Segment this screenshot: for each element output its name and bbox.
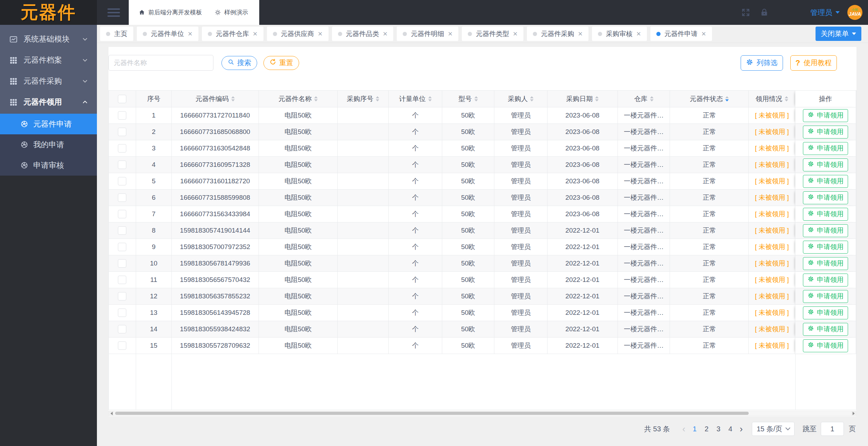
tab[interactable]: 元器件仓库× bbox=[202, 27, 263, 41]
column-header[interactable]: 领用情况 bbox=[749, 91, 795, 107]
close-icon[interactable]: × bbox=[578, 30, 583, 38]
apply-button[interactable]: 申请领用 bbox=[803, 241, 848, 254]
scrollbar-track[interactable] bbox=[114, 411, 851, 416]
search-input[interactable] bbox=[108, 55, 213, 71]
apply-button[interactable]: 申请领用 bbox=[803, 257, 848, 270]
sidebar-subitem[interactable]: 我的申请 bbox=[0, 134, 97, 155]
tutorial-button[interactable]: ? 使用教程 bbox=[790, 55, 837, 71]
row-checkbox[interactable] bbox=[118, 341, 126, 350]
apply-button[interactable]: 申请领用 bbox=[803, 274, 848, 286]
close-icon[interactable]: × bbox=[513, 30, 517, 38]
row-checkbox[interactable] bbox=[118, 309, 126, 317]
apply-button[interactable]: 申请领用 bbox=[803, 158, 848, 171]
close-icon[interactable]: × bbox=[188, 30, 192, 38]
sidebar-item[interactable]: 元器件采购 bbox=[0, 71, 97, 92]
tab[interactable]: 元器供应商× bbox=[267, 27, 329, 41]
tab[interactable]: 元器件采购× bbox=[527, 27, 588, 41]
tab[interactable]: 采购审核× bbox=[592, 27, 647, 41]
page-number[interactable]: 3 bbox=[713, 425, 725, 433]
close-icon[interactable]: × bbox=[318, 30, 323, 38]
sort-icon[interactable] bbox=[650, 96, 654, 101]
sort-icon[interactable] bbox=[530, 96, 534, 101]
column-header[interactable]: 计量单位 bbox=[389, 91, 442, 107]
apply-button[interactable]: 申请领用 bbox=[803, 109, 848, 122]
reset-button[interactable]: 重置 bbox=[263, 56, 299, 70]
close-icon[interactable]: × bbox=[636, 30, 641, 38]
row-checkbox[interactable] bbox=[118, 161, 126, 169]
user-dropdown[interactable]: 管理员 bbox=[810, 8, 840, 17]
apply-button[interactable]: 申请领用 bbox=[803, 224, 848, 237]
jump-page-input[interactable] bbox=[821, 422, 844, 436]
sort-icon[interactable] bbox=[314, 96, 318, 101]
close-icon[interactable]: × bbox=[701, 30, 706, 38]
row-checkbox[interactable] bbox=[118, 276, 126, 284]
column-header[interactable]: 元器件状态 bbox=[670, 91, 749, 107]
row-checkbox[interactable] bbox=[118, 325, 126, 333]
close-menu-button[interactable]: 关闭菜单 bbox=[816, 27, 861, 41]
row-checkbox[interactable] bbox=[118, 128, 126, 136]
sidebar-subitem[interactable]: 申请审核 bbox=[0, 155, 97, 176]
sidebar-item[interactable]: 元器件档案 bbox=[0, 50, 97, 71]
sort-icon[interactable] bbox=[595, 96, 599, 101]
row-checkbox[interactable] bbox=[118, 210, 126, 218]
select-all-checkbox[interactable] bbox=[118, 95, 126, 103]
column-header[interactable]: 仓库 bbox=[618, 91, 670, 107]
nav-item[interactable]: 前后端分离开发模板 bbox=[139, 8, 202, 16]
tab[interactable]: 元器件品类× bbox=[332, 27, 394, 41]
nav-item[interactable]: 样例演示 bbox=[214, 8, 248, 16]
scroll-right-arrow[interactable] bbox=[851, 411, 856, 416]
sort-icon[interactable] bbox=[725, 96, 729, 101]
lock-icon[interactable] bbox=[760, 8, 769, 17]
row-checkbox[interactable] bbox=[118, 292, 126, 300]
row-checkbox[interactable] bbox=[118, 193, 126, 202]
horizontal-scrollbar[interactable] bbox=[108, 411, 856, 416]
row-checkbox[interactable] bbox=[118, 177, 126, 185]
search-button[interactable]: 搜索 bbox=[221, 56, 257, 70]
apply-button[interactable]: 申请领用 bbox=[803, 323, 848, 336]
column-header[interactable]: 元器件名称 bbox=[259, 91, 338, 107]
apply-button[interactable]: 申请领用 bbox=[803, 290, 848, 303]
column-header[interactable]: 型号 bbox=[442, 91, 494, 107]
apply-button[interactable]: 申请领用 bbox=[803, 142, 848, 155]
tab[interactable]: 元器件明细× bbox=[397, 27, 458, 41]
apply-button[interactable]: 申请领用 bbox=[803, 306, 848, 319]
sort-icon[interactable] bbox=[231, 96, 235, 101]
sidebar-item[interactable]: 元器件领用 bbox=[0, 92, 97, 113]
tab[interactable]: 主页 bbox=[100, 27, 133, 41]
apply-button[interactable]: 申请领用 bbox=[803, 208, 848, 221]
sidebar-subitem[interactable]: 元器件申请 bbox=[0, 114, 97, 134]
sort-icon[interactable] bbox=[428, 96, 432, 101]
column-header[interactable]: 采购日期 bbox=[548, 91, 618, 107]
close-icon[interactable]: × bbox=[253, 30, 257, 38]
avatar[interactable]: 小郑 JAVA bbox=[847, 5, 862, 20]
column-header[interactable]: 采购序号 bbox=[338, 91, 389, 107]
page-number[interactable]: 2 bbox=[701, 425, 713, 433]
column-header[interactable]: 采购人 bbox=[494, 91, 548, 107]
sort-icon[interactable] bbox=[474, 96, 478, 101]
row-checkbox[interactable] bbox=[118, 259, 126, 268]
column-filter-button[interactable]: 列筛选 bbox=[741, 55, 783, 71]
tab[interactable]: 元器件申请× bbox=[650, 27, 712, 41]
row-checkbox[interactable] bbox=[118, 243, 126, 251]
page-size-select[interactable]: 15 条/页 bbox=[752, 422, 795, 436]
row-checkbox[interactable] bbox=[118, 111, 126, 120]
page-number[interactable]: 4 bbox=[725, 425, 736, 433]
prev-page-button[interactable]: ‹ bbox=[679, 424, 689, 433]
row-checkbox[interactable] bbox=[118, 144, 126, 153]
apply-button[interactable]: 申请领用 bbox=[803, 175, 848, 188]
apply-button[interactable]: 申请领用 bbox=[803, 191, 848, 204]
page-number[interactable]: 1 bbox=[689, 425, 701, 433]
row-checkbox[interactable] bbox=[118, 226, 126, 235]
column-header[interactable]: 元器件编码 bbox=[172, 91, 259, 107]
apply-button[interactable]: 申请领用 bbox=[803, 126, 848, 139]
scrollbar-thumb[interactable] bbox=[115, 412, 749, 415]
tab[interactable]: 元器件类型× bbox=[462, 27, 523, 41]
close-icon[interactable]: × bbox=[383, 30, 388, 38]
scroll-left-arrow[interactable] bbox=[109, 411, 114, 416]
apply-button[interactable]: 申请领用 bbox=[803, 339, 848, 352]
tab[interactable]: 元器件单位× bbox=[137, 27, 198, 41]
hamburger-menu-icon[interactable] bbox=[107, 8, 120, 17]
sort-icon[interactable] bbox=[376, 96, 379, 101]
fullscreen-icon[interactable] bbox=[741, 8, 750, 17]
sidebar-item[interactable]: 系统基础模块 bbox=[0, 29, 97, 50]
